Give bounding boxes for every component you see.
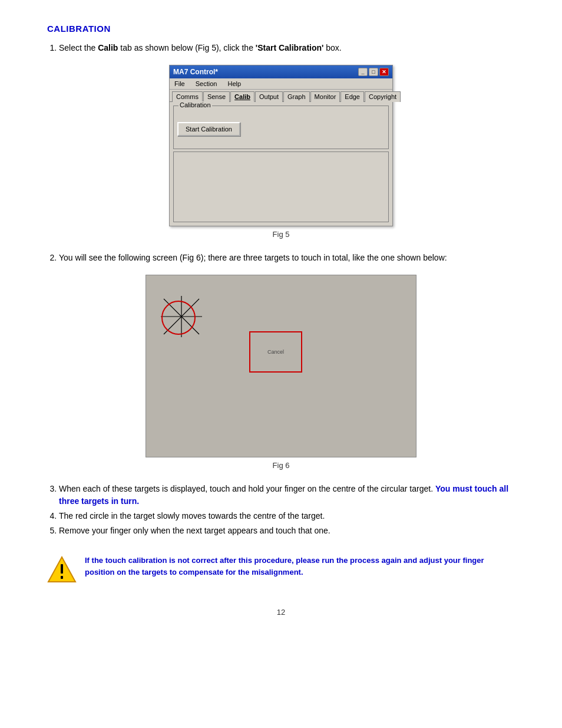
page-number: 12 [47, 608, 515, 617]
win-menubar: File Section Help [170, 78, 392, 90]
fig5-container: MA7 Control* _ □ ✕ File Section Help Com… [47, 65, 515, 239]
menu-section[interactable]: Section [193, 80, 220, 88]
tab-comms[interactable]: Comms [172, 91, 203, 102]
step-1: Select the Calib tab as shown below (Fig… [59, 42, 515, 54]
tab-edge[interactable]: Edge [340, 91, 364, 102]
step4-text: The red circle in the target slowly move… [59, 511, 325, 521]
calib-screen: Cancel [146, 275, 416, 457]
tab-copyright[interactable]: Copyright [365, 91, 401, 102]
tab-sense[interactable]: Sense [203, 91, 230, 102]
menu-help[interactable]: Help [225, 80, 243, 88]
svg-point-4 [162, 301, 195, 334]
step-3: When each of these targets is displayed,… [59, 483, 515, 508]
step3-text: When each of these targets is displayed,… [59, 484, 435, 493]
groupbox-inner: Start Calibration [177, 108, 385, 144]
win-content: Calibration Start Calibration [170, 102, 392, 226]
fig6-container: Cancel Fig 6 [47, 275, 515, 470]
calib-target-svg [158, 293, 205, 340]
step-2: You will see the following screen (Fig 6… [59, 252, 515, 264]
section-title: CALIBRATION [47, 24, 515, 34]
tab-output[interactable]: Output [255, 91, 283, 102]
maximize-button[interactable]: □ [369, 68, 378, 76]
tab-monitor[interactable]: Monitor [310, 91, 340, 102]
step1-suffix2: box. [323, 43, 341, 52]
win-title: MA7 Control* [173, 68, 218, 76]
minimize-button[interactable]: _ [358, 68, 368, 76]
step5-text: Remove your finger only when the next ta… [59, 526, 330, 535]
warning-text: If the touch calibration is not correct … [85, 555, 515, 578]
tab-graph[interactable]: Graph [283, 91, 310, 102]
groupbox-title: Calibration [178, 101, 212, 108]
calibration-groupbox: Calibration Start Calibration [173, 106, 389, 149]
fig5-label: Fig 5 [273, 230, 290, 239]
win-titlebar: MA7 Control* _ □ ✕ [170, 65, 392, 78]
menu-file[interactable]: File [172, 80, 187, 88]
step-5: Remove your finger only when the next ta… [59, 525, 515, 537]
warning-box: If the touch calibration is not correct … [47, 549, 515, 590]
lower-panel [173, 151, 389, 222]
fig6-label: Fig 6 [273, 461, 290, 470]
close-button[interactable]: ✕ [379, 68, 389, 76]
step1-prefix: Select the [59, 43, 98, 52]
step1-bold: Calib [98, 43, 118, 52]
warning-icon [47, 555, 77, 584]
start-calibration-button[interactable]: Start Calibration [177, 122, 240, 136]
step1-bold2: 'Start Calibration' [256, 43, 324, 52]
svg-rect-6 [61, 564, 63, 574]
win-tabbar: Comms Sense Calib Output Graph Monitor E… [170, 90, 392, 102]
step1-suffix: tab as shown below (Fig 5), click the [118, 43, 255, 52]
calib-cancel-label: Cancel [267, 349, 284, 355]
step-4: The red circle in the target slowly move… [59, 510, 515, 522]
step2-text: You will see the following screen (Fig 6… [59, 253, 447, 262]
tab-calib[interactable]: Calib [230, 91, 254, 102]
win-controls: _ □ ✕ [358, 68, 389, 76]
calib-cancel-box: Cancel [249, 331, 302, 373]
svg-rect-7 [61, 576, 63, 579]
win-window: MA7 Control* _ □ ✕ File Section Help Com… [169, 65, 393, 226]
